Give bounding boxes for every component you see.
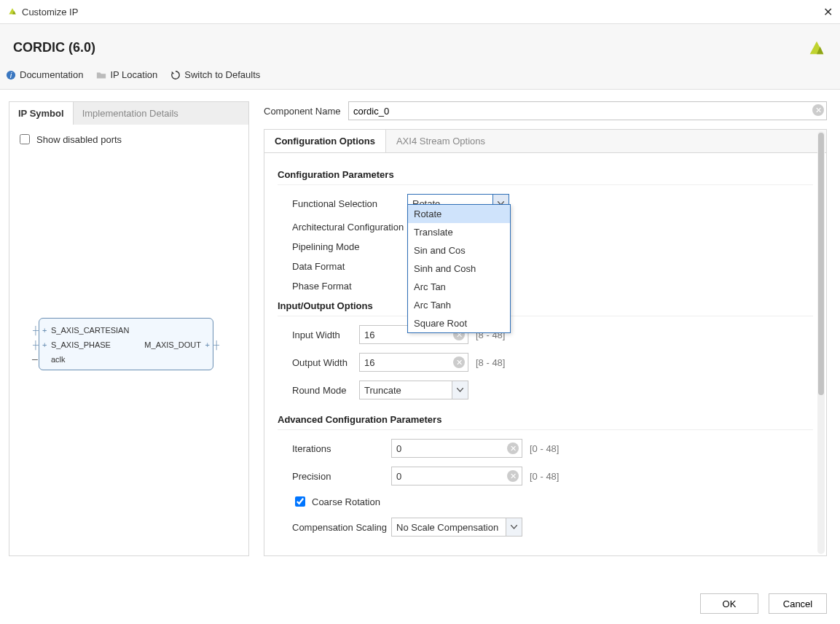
round-mode-dropdown[interactable]: Truncate xyxy=(359,381,468,399)
tab-implementation-details[interactable]: Implementation Details xyxy=(74,102,187,125)
header: CORDIC (6.0) xyxy=(0,23,840,61)
clear-icon[interactable]: ✕ xyxy=(507,442,519,454)
refresh-icon xyxy=(170,70,181,80)
window-title: Customize IP xyxy=(22,7,809,17)
precision-hint: [0 - 48] xyxy=(530,471,559,482)
architectural-configuration-label: Architectural Configuration xyxy=(292,222,407,233)
port-m-axis-dout: M_AXIS_DOUT xyxy=(144,340,201,349)
port-s-axis-cartesian: S_AXIS_CARTESIAN xyxy=(51,326,129,335)
ip-location-link[interactable]: IP Location xyxy=(96,69,157,80)
iterations-label: Iterations xyxy=(292,443,391,454)
toolbar: i Documentation IP Location Switch to De… xyxy=(0,61,840,90)
chevron-down-icon xyxy=(452,381,468,399)
coarse-rotation-checkbox[interactable]: Coarse Rotation xyxy=(292,494,380,509)
ip-location-label: IP Location xyxy=(110,69,157,80)
config-main-box: Configuration Options AXI4 Stream Option… xyxy=(264,129,827,556)
compensation-scaling-label: Compensation Scaling xyxy=(292,522,391,533)
coarse-rotation-box[interactable] xyxy=(295,496,305,507)
close-icon[interactable]: ✕ xyxy=(809,5,833,19)
show-disabled-ports-box[interactable] xyxy=(20,134,30,144)
info-icon: i xyxy=(6,70,16,80)
titlebar: Customize IP ✕ xyxy=(0,0,840,23)
clear-icon[interactable]: ✕ xyxy=(812,104,824,116)
compensation-scaling-dropdown[interactable]: No Scale Compensation xyxy=(391,518,522,537)
clear-icon[interactable]: ✕ xyxy=(507,470,519,482)
pipelining-mode-label: Pipelining Mode xyxy=(292,241,407,252)
port-s-axis-phase: S_AXIS_PHASE xyxy=(51,340,111,349)
clear-icon[interactable]: ✕ xyxy=(453,356,465,368)
tab-ip-symbol[interactable]: IP Symbol xyxy=(9,102,74,125)
port-plus-icon: ┼ xyxy=(213,340,219,349)
port-aclk: aclk xyxy=(51,355,66,364)
cancel-button[interactable]: Cancel xyxy=(769,593,827,614)
app-logo-icon xyxy=(7,7,17,17)
show-disabled-ports-checkbox[interactable]: Show disabled ports xyxy=(17,132,241,147)
ok-button[interactable]: OK xyxy=(700,593,758,614)
component-name-label: Component Name xyxy=(264,106,341,117)
iterations-input[interactable]: 0✕ xyxy=(391,439,522,458)
dropdown-option[interactable]: Arc Tan xyxy=(408,278,510,296)
show-disabled-ports-label: Show disabled ports xyxy=(36,134,122,145)
functional-selection-label: Functional Selection xyxy=(292,198,407,209)
section-advanced-parameters: Advanced Configuration Parameters xyxy=(278,414,813,430)
main-tab-strip: Configuration Options AXI4 Stream Option… xyxy=(264,130,826,153)
dropdown-option[interactable]: Arc Tanh xyxy=(408,296,510,314)
dialog-footer: OK Cancel xyxy=(700,593,827,614)
symbol-panel: IP Symbol Implementation Details Show di… xyxy=(9,101,249,556)
documentation-label: Documentation xyxy=(20,69,83,80)
left-tab-strip: IP Symbol Implementation Details xyxy=(9,102,248,125)
port-plus-icon: + xyxy=(42,326,47,335)
configuration-form: Configuration Parameters Functional Sele… xyxy=(264,153,826,555)
precision-input[interactable]: 0✕ xyxy=(391,467,522,485)
ip-symbol-diagram: ┼ + S_AXIS_CARTESIAN ┼ + S_AXIS_PHASE M_… xyxy=(39,318,213,370)
port-line-icon: ─ xyxy=(32,355,38,364)
precision-label: Precision xyxy=(292,471,391,482)
scrollbar-thumb[interactable] xyxy=(818,133,824,395)
iterations-hint: [0 - 48] xyxy=(530,443,559,454)
component-name-row: Component Name ✕ xyxy=(264,101,827,120)
data-format-label: Data Format xyxy=(292,261,407,272)
port-plus-icon: + xyxy=(205,340,210,349)
input-width-label: Input Width xyxy=(292,329,359,340)
switch-defaults-label: Switch to Defaults xyxy=(184,69,260,80)
documentation-link[interactable]: i Documentation xyxy=(6,69,83,80)
dropdown-option[interactable]: Square Root xyxy=(408,314,510,332)
dropdown-option[interactable]: Rotate xyxy=(408,205,510,223)
section-configuration-parameters: Configuration Parameters xyxy=(278,169,813,185)
coarse-rotation-label: Coarse Rotation xyxy=(312,496,380,507)
scrollbar[interactable] xyxy=(817,131,825,554)
port-plus-icon: + xyxy=(42,340,47,349)
output-width-hint: [8 - 48] xyxy=(476,357,505,368)
phase-format-label: Phase Format xyxy=(292,281,407,292)
dropdown-option[interactable]: Sin and Cos xyxy=(408,241,510,260)
port-plus-icon: ┼ xyxy=(33,326,39,335)
functional-selection-listbox[interactable]: RotateTranslateSin and CosSinh and CoshA… xyxy=(407,204,511,333)
switch-defaults-link[interactable]: Switch to Defaults xyxy=(170,69,260,80)
component-name-input[interactable] xyxy=(348,101,827,120)
dropdown-option[interactable]: Sinh and Cosh xyxy=(408,260,510,278)
output-width-label: Output Width xyxy=(292,357,359,368)
tab-axi4-stream-options[interactable]: AXI4 Stream Options xyxy=(386,130,495,152)
output-width-input[interactable]: 16✕ xyxy=(359,353,468,372)
chevron-down-icon xyxy=(506,518,522,536)
dropdown-option[interactable]: Translate xyxy=(408,223,510,241)
round-mode-label: Round Mode xyxy=(292,385,359,396)
tab-configuration-options[interactable]: Configuration Options xyxy=(264,130,386,152)
ip-name-heading: CORDIC (6.0) xyxy=(13,40,806,55)
brand-logo-icon xyxy=(806,37,827,58)
folder-icon xyxy=(96,70,106,80)
port-plus-icon: ┼ xyxy=(33,340,39,349)
section-io-options: Input/Output Options xyxy=(278,300,813,316)
